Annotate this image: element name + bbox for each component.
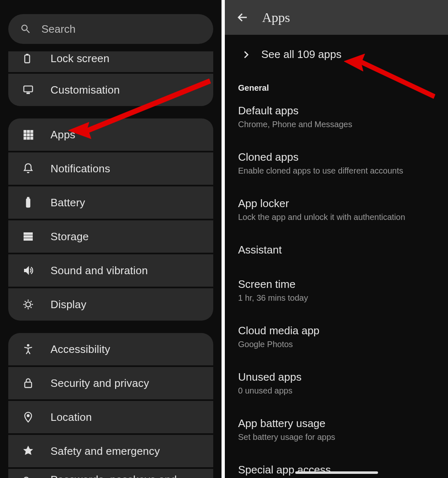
item-title: Unused apps bbox=[238, 371, 436, 384]
item-title: Default apps bbox=[238, 104, 436, 117]
svg-rect-13 bbox=[26, 199, 30, 208]
item-special-access[interactable]: Special app access bbox=[225, 453, 448, 478]
accessibility-icon bbox=[22, 343, 34, 355]
key-icon bbox=[22, 474, 34, 478]
svg-rect-17 bbox=[24, 239, 33, 241]
item-unused-apps[interactable]: Unused apps 0 unused apps bbox=[225, 360, 448, 406]
svg-rect-7 bbox=[24, 134, 26, 136]
svg-rect-9 bbox=[31, 134, 33, 136]
svg-rect-0 bbox=[25, 55, 30, 63]
item-title: App battery usage bbox=[238, 417, 436, 430]
item-subtitle: Chrome, Phone and Messages bbox=[238, 120, 436, 129]
row-battery[interactable]: Battery bbox=[8, 186, 213, 219]
row-label: Location bbox=[51, 411, 92, 424]
svg-point-19 bbox=[27, 344, 29, 346]
chevron-right-icon bbox=[241, 49, 251, 60]
svg-rect-12 bbox=[31, 137, 33, 140]
svg-rect-3 bbox=[27, 93, 30, 94]
row-accessibility[interactable]: Accessibility bbox=[8, 333, 213, 365]
item-assistant[interactable]: Assistant bbox=[225, 233, 448, 267]
see-all-label: See all 109 apps bbox=[261, 48, 342, 61]
row-notifications[interactable]: Notifications bbox=[8, 152, 213, 185]
row-customisation[interactable]: Customisation bbox=[8, 74, 213, 106]
item-subtitle: 1 hr, 36 mins today bbox=[238, 293, 436, 303]
settings-group-1: Lock screen Customisation bbox=[8, 51, 213, 106]
item-title: Cloud media app bbox=[238, 324, 436, 337]
svg-point-21 bbox=[27, 415, 29, 417]
row-safety[interactable]: Safety and emergency bbox=[8, 435, 213, 467]
battery-icon bbox=[22, 197, 34, 208]
panel-divider bbox=[222, 0, 225, 478]
item-default-apps[interactable]: Default apps Chrome, Phone and Messages bbox=[225, 94, 448, 140]
item-subtitle: Set battery usage for apps bbox=[238, 432, 436, 442]
svg-rect-4 bbox=[24, 130, 26, 133]
svg-rect-14 bbox=[27, 197, 29, 199]
row-lock-screen[interactable]: Lock screen bbox=[8, 51, 213, 72]
page-title: Apps bbox=[262, 10, 290, 25]
item-title: Special app access bbox=[238, 464, 436, 476]
row-passwords[interactable]: Passwords, passkeys and bbox=[8, 469, 213, 478]
svg-point-18 bbox=[26, 302, 31, 307]
row-label: Apps bbox=[51, 128, 75, 141]
row-apps[interactable]: Apps bbox=[8, 118, 213, 151]
back-icon[interactable] bbox=[236, 11, 249, 24]
svg-rect-15 bbox=[24, 233, 33, 235]
row-location[interactable]: Location bbox=[8, 401, 213, 433]
item-cloned-apps[interactable]: Cloned apps Enable cloned apps to use di… bbox=[225, 140, 448, 186]
item-title: Cloned apps bbox=[238, 151, 436, 164]
svg-rect-20 bbox=[25, 382, 31, 388]
row-label: Sound and vibration bbox=[51, 264, 148, 277]
search-placeholder: Search bbox=[41, 23, 75, 36]
svg-rect-10 bbox=[24, 137, 26, 140]
item-subtitle: 0 unused apps bbox=[238, 386, 436, 396]
svg-rect-16 bbox=[24, 236, 33, 238]
item-title: Assistant bbox=[238, 244, 436, 256]
item-title: App locker bbox=[238, 197, 436, 210]
item-subtitle: Enable cloned apps to use different acco… bbox=[238, 166, 436, 176]
search-bar[interactable]: Search bbox=[8, 14, 213, 44]
settings-group-3: Accessibility Security and privacy Locat… bbox=[8, 333, 213, 478]
item-cloud-media[interactable]: Cloud media app Google Photos bbox=[225, 314, 448, 360]
svg-rect-6 bbox=[31, 130, 33, 133]
row-label: Security and privacy bbox=[51, 377, 149, 390]
row-label: Customisation bbox=[51, 84, 120, 97]
item-subtitle: Google Photos bbox=[238, 340, 436, 349]
row-label: Display bbox=[51, 298, 87, 311]
svg-rect-1 bbox=[26, 54, 28, 55]
settings-group-2: Apps Notifications Battery Storage Sound… bbox=[8, 118, 213, 321]
item-screen-time[interactable]: Screen time 1 hr, 36 mins today bbox=[225, 267, 448, 314]
see-all-apps[interactable]: See all 109 apps bbox=[225, 35, 448, 72]
location-icon bbox=[22, 411, 34, 423]
row-security[interactable]: Security and privacy bbox=[8, 367, 213, 399]
nav-pill[interactable] bbox=[295, 471, 378, 474]
row-label: Battery bbox=[51, 196, 85, 209]
lock-icon bbox=[22, 377, 34, 389]
item-title: Screen time bbox=[238, 278, 436, 291]
row-label: Storage bbox=[51, 230, 89, 243]
row-sound[interactable]: Sound and vibration bbox=[8, 254, 213, 287]
item-app-locker[interactable]: App locker Lock the app and unlock it wi… bbox=[225, 186, 448, 233]
safety-icon bbox=[22, 445, 34, 457]
apps-icon bbox=[22, 129, 34, 140]
row-display[interactable]: Display bbox=[8, 288, 213, 321]
row-label: Passwords, passkeys and bbox=[51, 474, 177, 478]
svg-rect-11 bbox=[27, 137, 30, 140]
section-header-general: General bbox=[225, 72, 448, 94]
bell-icon bbox=[22, 163, 34, 174]
sound-icon bbox=[22, 265, 34, 276]
display-icon bbox=[22, 299, 34, 310]
customisation-icon bbox=[22, 84, 34, 96]
lock-screen-icon bbox=[22, 53, 34, 64]
storage-icon bbox=[22, 231, 34, 242]
svg-rect-2 bbox=[24, 86, 33, 92]
row-label: Safety and emergency bbox=[51, 445, 160, 458]
app-bar: Apps bbox=[225, 0, 448, 35]
svg-rect-5 bbox=[27, 130, 30, 133]
row-storage[interactable]: Storage bbox=[8, 220, 213, 253]
settings-panel: Search Lock screen Customisation Apps bbox=[0, 0, 222, 478]
svg-rect-8 bbox=[27, 134, 30, 136]
item-subtitle: Lock the app and unlock it with authenti… bbox=[238, 212, 436, 222]
item-app-battery[interactable]: App battery usage Set battery usage for … bbox=[225, 406, 448, 453]
apps-panel: Apps See all 109 apps General Default ap… bbox=[225, 0, 448, 478]
search-icon bbox=[20, 23, 31, 35]
